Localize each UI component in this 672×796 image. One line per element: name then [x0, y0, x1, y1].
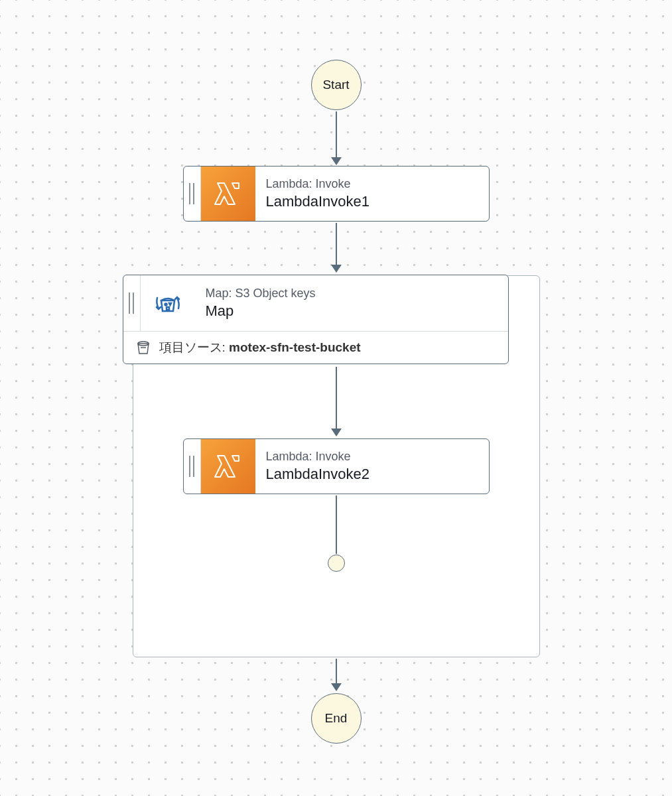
lambda-invoke-1-node[interactable]: Lambda: Invoke LambdaInvoke1 [183, 166, 490, 222]
node-text: Map: S3 Object keys Map [195, 275, 508, 331]
end-label: End [325, 711, 348, 726]
drag-handle-icon [129, 293, 134, 314]
source-value: motex-sfn-test-bucket [229, 340, 360, 354]
end-node[interactable]: End [311, 693, 362, 744]
start-label: Start [322, 78, 349, 92]
svg-rect-1 [167, 307, 169, 310]
map-icon [141, 275, 195, 331]
drag-handle[interactable] [184, 166, 201, 221]
node-subtitle: Map: S3 Object keys [206, 287, 498, 300]
map-source-row: 項目ソース: motex-sfn-test-bucket [123, 331, 508, 364]
node-subtitle: Lambda: Invoke [266, 177, 478, 191]
map-node[interactable]: Map: S3 Object keys Map 項目ソース: motex-sfn… [123, 275, 509, 364]
connector-arrow [336, 496, 337, 554]
source-label: 項目ソース: motex-sfn-test-bucket [159, 339, 361, 356]
map-container[interactable]: Map: S3 Object keys Map 項目ソース: motex-sfn… [133, 275, 540, 657]
connector-arrow [331, 367, 342, 436]
node-text: Lambda: Invoke LambdaInvoke2 [255, 439, 489, 494]
drag-handle-icon [189, 456, 194, 477]
node-title: LambdaInvoke1 [266, 193, 478, 210]
connector-arrow [331, 659, 342, 691]
svg-point-0 [165, 304, 167, 306]
drag-handle-icon [189, 183, 194, 204]
node-title: Map [206, 302, 498, 320]
start-node[interactable]: Start [311, 60, 362, 110]
drag-handle[interactable] [184, 439, 201, 494]
drag-handle[interactable] [123, 275, 141, 331]
node-text: Lambda: Invoke LambdaInvoke1 [255, 166, 489, 221]
bucket-icon [134, 338, 153, 357]
lambda-invoke-2-node[interactable]: Lambda: Invoke LambdaInvoke2 [183, 438, 490, 494]
connector-arrow [331, 111, 342, 165]
map-end-circle [328, 555, 345, 572]
node-subtitle: Lambda: Invoke [266, 450, 478, 464]
node-title: LambdaInvoke2 [266, 466, 478, 483]
connector-arrow [331, 223, 342, 273]
lambda-icon [201, 439, 255, 494]
workflow-canvas[interactable]: Start Lambda: Invoke LambdaInvoke1 [0, 0, 672, 796]
lambda-icon [201, 166, 255, 221]
